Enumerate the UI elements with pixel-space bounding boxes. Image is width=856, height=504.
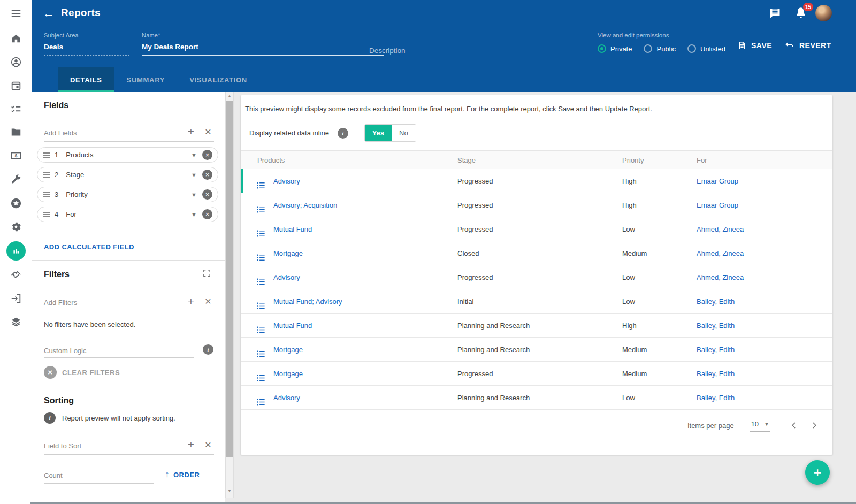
tab-details[interactable]: DETAILS [58,67,114,92]
handshake-icon[interactable] [5,264,27,285]
order-button[interactable]: ↑ ORDER [165,469,200,480]
user-avatar[interactable] [815,5,832,21]
next-page-button[interactable] [809,420,820,431]
clear-field-x-icon[interactable]: × [201,125,215,139]
gear-icon[interactable] [5,216,27,238]
chat-icon[interactable] [768,6,782,23]
drag-handle-icon[interactable] [43,152,50,158]
for-link[interactable]: Emaar Group [697,169,738,193]
save-button[interactable]: SAVE [737,41,772,50]
tab-summary[interactable]: SUMMARY [114,67,178,92]
toggle-yes-button[interactable]: Yes [365,125,392,141]
table-row[interactable]: Mutual Fund Planning and Research High B… [241,314,832,338]
expand-filters-icon[interactable] [202,269,211,280]
panel-scrollbar[interactable]: ▲ ▼ [225,92,234,498]
items-per-page-select[interactable]: 10 ▼ [750,419,770,432]
remove-field-icon[interactable]: × [202,150,212,160]
back-arrow-icon[interactable]: ← [41,5,57,21]
wrench-icon[interactable] [5,169,27,190]
table-row[interactable]: Advisory Progressed High Emaar Group [241,169,832,193]
drag-handle-icon[interactable] [43,172,50,178]
for-link[interactable]: Bailey, Edith [697,289,735,314]
table-row[interactable]: Mutual Fund; Advisory Initial Low Bailey… [241,289,832,314]
for-link[interactable]: Ahmed, Zineea [697,241,744,265]
remove-field-icon[interactable]: × [202,170,212,180]
scrollbar-thumb[interactable] [226,101,233,457]
person-icon[interactable] [5,51,27,73]
remove-field-icon[interactable]: × [202,189,212,200]
custom-logic-info-icon[interactable]: i [203,344,213,355]
add-calculated-field-button[interactable]: ADD CALCULATED FIELD [44,243,134,251]
permission-radio-option[interactable]: Unlisted [687,44,725,53]
scroll-down-icon[interactable]: ▼ [226,488,233,493]
for-link[interactable]: Bailey, Edith [697,362,735,386]
products-link[interactable]: Mortgage [273,338,303,362]
chevron-down-icon[interactable]: ▼ [191,172,197,178]
drag-handle-icon[interactable] [43,211,50,218]
chevron-down-icon[interactable]: ▼ [191,211,197,218]
table-row[interactable]: Advisory Planning and Research Low Baile… [241,386,832,410]
for-link[interactable]: Emaar Group [697,193,738,217]
remove-field-icon[interactable]: × [202,209,212,219]
table-row[interactable]: Mortgage Progressed Medium Bailey, Edith [241,362,832,386]
count-input[interactable]: Count [44,471,63,479]
table-row[interactable]: Mortgage Closed Medium Ahmed, Zineea [241,241,832,265]
star-circle-icon[interactable] [5,193,27,214]
clear-filters-button[interactable]: × CLEAR FILTERS [44,366,120,379]
table-row[interactable]: Mortgage Planning and Research Medium Ba… [241,338,832,362]
folder-icon[interactable] [5,121,27,143]
home-icon[interactable] [5,28,27,49]
toggle-info-icon[interactable]: i [338,128,348,139]
menu-icon[interactable] [5,3,27,24]
field-chip[interactable]: 2 Stage ▼ × [37,167,218,182]
products-link[interactable]: Mutual Fund; Advisory [273,289,342,314]
report-name-field[interactable]: Name* My Deals Report [142,32,384,56]
chevron-down-icon[interactable]: ▼ [191,152,197,158]
reports-bar-chart-icon[interactable] [5,240,27,262]
clear-filter-x-icon[interactable]: × [201,294,215,308]
add-field-plus-icon[interactable]: + [184,125,198,139]
subject-area-field[interactable]: Subject Area Deals [44,32,129,56]
permission-radio-option[interactable]: Private [598,44,632,53]
calendar-icon[interactable] [5,75,27,96]
for-link[interactable]: Ahmed, Zineea [697,265,744,289]
add-record-fab[interactable]: + [805,460,830,485]
products-link[interactable]: Advisory [273,386,300,410]
money-icon[interactable]: $ [5,145,27,166]
tasks-icon[interactable] [5,98,27,120]
add-filters-input[interactable]: Add Filters [44,299,77,307]
for-link[interactable]: Ahmed, Zineea [697,217,744,241]
clear-sort-x-icon[interactable]: × [201,438,215,452]
previous-page-button[interactable] [789,420,799,431]
table-row[interactable]: Mutual Fund Progressed Low Ahmed, Zineea [241,217,832,241]
products-link[interactable]: Mutual Fund [273,217,312,241]
toggle-no-button[interactable]: No [392,125,416,141]
scroll-up-icon[interactable]: ▲ [226,94,233,98]
field-chip[interactable]: 1 Products ▼ × [37,147,218,163]
products-link[interactable]: Advisory [273,265,300,289]
for-link[interactable]: Bailey, Edith [697,314,735,338]
revert-button[interactable]: REVERT [784,41,831,50]
permission-radio-option[interactable]: Public [644,44,675,53]
drag-handle-icon[interactable] [43,192,50,198]
for-link[interactable]: Bailey, Edith [697,338,735,362]
sign-in-icon[interactable] [5,288,27,309]
field-chip[interactable]: 3 Priority ▼ × [37,187,218,202]
description-field[interactable]: Description [369,32,613,59]
add-sort-plus-icon[interactable]: + [184,438,198,452]
field-to-sort-input[interactable]: Field to Sort [44,442,81,450]
list-bulleted-icon[interactable] [256,393,266,417]
table-row[interactable]: Advisory; Acquisition Progressed High Em… [241,193,832,217]
chevron-down-icon[interactable]: ▼ [191,192,197,198]
table-row[interactable]: Advisory Progressed Low Ahmed, Zineea [241,265,832,289]
field-chip[interactable]: 4 For ▼ × [37,207,218,222]
products-link[interactable]: Advisory; Acquisition [273,193,337,217]
products-link[interactable]: Mortgage [273,241,303,265]
products-link[interactable]: Mortgage [273,362,303,386]
layers-icon[interactable] [5,311,27,333]
custom-logic-input[interactable]: Custom Logic [44,347,86,355]
for-link[interactable]: Bailey, Edith [697,386,735,410]
tab-visualization[interactable]: VISUALIZATION [177,67,259,92]
products-link[interactable]: Mutual Fund [273,314,312,338]
products-link[interactable]: Advisory [273,169,300,193]
